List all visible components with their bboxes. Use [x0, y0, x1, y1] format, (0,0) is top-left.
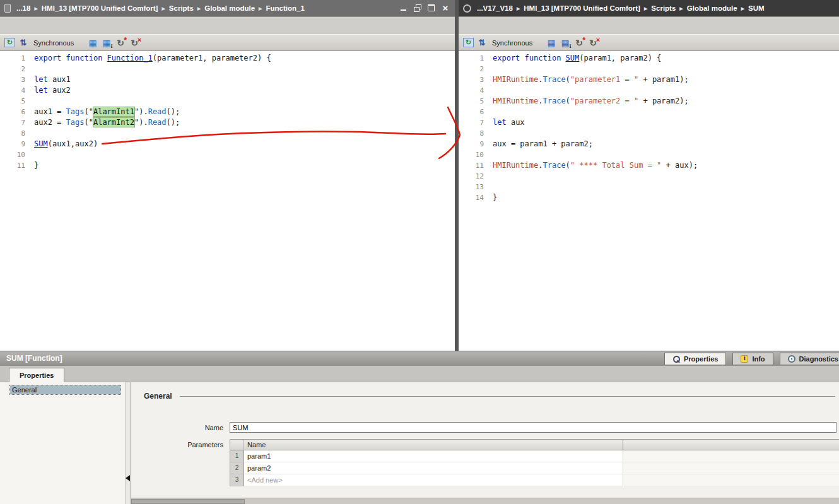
code-line: 11HMIRuntime.Trace(" **** Total Sum = " …	[459, 160, 839, 171]
properties-tab[interactable]: Properties	[9, 368, 64, 382]
code-line: 9aux = param1 + param2;	[459, 139, 839, 149]
refresh-alert-icon[interactable]	[573, 37, 585, 49]
line-number: 9	[459, 139, 486, 149]
parameter-name-cell[interactable]: param2	[244, 462, 623, 474]
extra-column-header	[623, 440, 839, 450]
horizontal-scrollbar[interactable]	[131, 498, 839, 504]
tab-label: Diagnostics	[799, 355, 838, 363]
breadcrumb-separator-icon: ▶	[679, 6, 683, 11]
refresh-remove-icon[interactable]	[587, 37, 599, 49]
code-editor-sum[interactable]: 1export function SUM(param1, param2) {23…	[459, 51, 839, 351]
line-number: 2	[0, 64, 28, 74]
sequence-icon[interactable]	[476, 37, 488, 49]
breadcrumb-item[interactable]: ...18	[16, 4, 30, 12]
name-input[interactable]	[230, 422, 836, 433]
code-editor-function1[interactable]: 1export function Function_1(parameter1, …	[0, 51, 455, 351]
breadcrumb-separator-icon: ▶	[517, 6, 520, 11]
right-titlebar: ...V17_V18▶HMI_13 [MTP700 Unified Comfor…	[459, 0, 839, 16]
synchronous-toggle[interactable]: Synchronous	[33, 39, 74, 47]
name-label: Name	[131, 424, 230, 431]
name-column-header[interactable]: Name	[244, 440, 623, 450]
row-number: 3	[230, 474, 244, 486]
parameter-row[interactable]: 1param1	[230, 450, 839, 462]
inspector-panel: SUM [Function] PropertiesInfoDiagnostics…	[0, 351, 839, 504]
properties-tabstrip: Properties	[0, 366, 839, 382]
code-line: 2	[0, 64, 455, 74]
general-section: General Name Parameters Name 1param12par…	[131, 382, 839, 504]
code-text	[28, 64, 34, 74]
code-line: 1export function SUM(param1, param2) {	[459, 53, 839, 64]
breadcrumb-item[interactable]: HMI_13 [MTP700 Unified Comfort]	[42, 4, 158, 12]
line-number: 10	[459, 149, 486, 160]
table-info-icon[interactable]	[101, 37, 112, 49]
breadcrumb-item[interactable]: Global module	[687, 4, 737, 12]
maximize-button[interactable]	[428, 4, 435, 12]
section-rule	[180, 396, 835, 397]
magnifier-icon	[672, 355, 680, 363]
inspector-tab-properties[interactable]: Properties	[664, 353, 726, 365]
breadcrumb-item[interactable]: ...V17_V18	[477, 4, 513, 12]
code-text: }	[486, 192, 497, 203]
code-text: HMIRuntime.Trace(" **** Total Sum = " + …	[486, 160, 698, 171]
line-number: 7	[459, 117, 486, 128]
collapse-panel-icon[interactable]	[126, 475, 130, 481]
breadcrumb: ...18▶HMI_13 [MTP700 Unified Comfort]▶Sc…	[16, 4, 400, 12]
script-window-icon	[463, 4, 471, 13]
table-icon[interactable]	[546, 37, 557, 49]
breadcrumb-item[interactable]: Scripts	[169, 4, 194, 12]
inspector-tab-diagnostics[interactable]: Diagnostics	[780, 353, 839, 365]
right-editor-window: ...V17_V18▶HMI_13 [MTP700 Unified Comfor…	[459, 0, 839, 351]
editor-toolbar: Synchronous	[0, 34, 455, 51]
line-number: 13	[459, 182, 486, 192]
sequence-icon[interactable]	[18, 37, 29, 49]
code-text: aux = param1 + param2;	[486, 139, 593, 149]
breadcrumb-item[interactable]: Function_1	[266, 4, 305, 12]
parameter-row[interactable]: 2param2	[230, 462, 839, 474]
synchronous-toggle[interactable]: Synchronous	[492, 39, 532, 47]
inspector-title: SUM [Function]	[6, 351, 62, 366]
breadcrumb-item[interactable]: Global module	[204, 4, 255, 12]
code-line: 5HMIRuntime.Trace("parameter2 = " + para…	[459, 96, 839, 107]
breadcrumb: ...V17_V18▶HMI_13 [MTP700 Unified Comfor…	[477, 4, 835, 12]
breadcrumb-separator-icon: ▶	[741, 6, 744, 11]
line-number: 6	[459, 107, 486, 117]
nav-scrollbar[interactable]	[125, 382, 131, 504]
code-line: 5	[0, 96, 455, 107]
add-new-cell[interactable]: <Add new>	[244, 474, 623, 486]
window-controls	[400, 4, 450, 12]
sync-view-icon[interactable]	[463, 38, 474, 47]
refresh-alert-icon[interactable]	[115, 37, 126, 49]
code-line: 13	[459, 182, 839, 192]
nav-item-general[interactable]: General	[10, 385, 120, 394]
code-text: aux1 = Tags("AlarmInt1").Read();	[28, 107, 180, 117]
parameter-name-cell[interactable]: param1	[244, 450, 623, 462]
code-text: HMIRuntime.Trace("parameter2 = " + param…	[486, 96, 689, 107]
section-head: General	[144, 392, 835, 401]
breadcrumb-item[interactable]: HMI_13 [MTP700 Unified Comfort]	[524, 4, 640, 12]
breadcrumb-separator-icon: ▶	[259, 6, 262, 11]
breadcrumb-item[interactable]: Scripts	[651, 4, 676, 12]
scrollbar-thumb[interactable]	[131, 499, 245, 504]
refresh-remove-icon[interactable]	[129, 37, 140, 49]
table-icon[interactable]	[87, 37, 98, 49]
row-number: 1	[230, 450, 244, 462]
tab-label: Properties	[684, 355, 718, 363]
line-number: 1	[459, 53, 486, 64]
line-number: 5	[0, 96, 28, 107]
inspector-tab-info[interactable]: Info	[732, 353, 773, 365]
code-text: SUM(aux1,aux2)	[28, 139, 98, 149]
close-button[interactable]	[442, 4, 449, 12]
table-info-icon[interactable]	[560, 37, 571, 49]
code-line: 3HMIRuntime.Trace("parameter1 = " + para…	[459, 74, 839, 85]
code-text: let aux1	[28, 74, 71, 85]
code-line: 10	[0, 149, 455, 160]
properties-tab-label: Properties	[20, 372, 54, 379]
minimize-button[interactable]	[400, 4, 408, 12]
code-text: let aux2	[28, 85, 71, 96]
code-line: 12	[459, 171, 839, 182]
add-new-row[interactable]: 3<Add new>	[230, 474, 839, 486]
line-number: 4	[0, 85, 28, 96]
sync-view-icon[interactable]	[4, 38, 15, 47]
float-button[interactable]	[414, 4, 421, 12]
breadcrumb-item[interactable]: SUM	[748, 4, 765, 12]
